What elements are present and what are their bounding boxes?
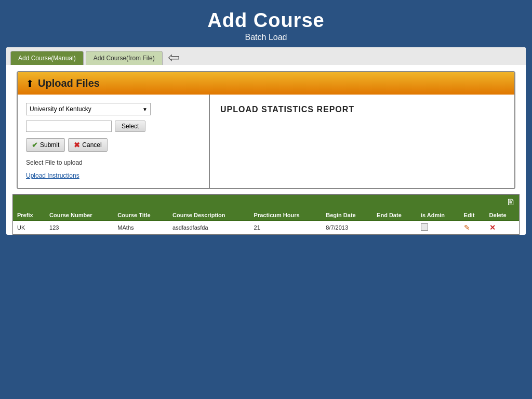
- course-table: Prefix Course Number Course Title Course…: [13, 210, 519, 234]
- delete-icon[interactable]: ✕: [489, 223, 496, 232]
- admin-checkbox-icon: [421, 223, 428, 231]
- stats-title: Upload Statistics Report: [220, 105, 504, 114]
- cancel-button[interactable]: ✖ Cancel: [68, 138, 107, 152]
- file-upload-row: Select: [26, 121, 201, 132]
- cell-begin-date: 8/7/2013: [322, 221, 373, 235]
- col-course-title: Course Title: [113, 210, 168, 221]
- submit-check-icon: ✔: [32, 141, 38, 149]
- tab-arrow-indicator: ⇦: [168, 50, 180, 65]
- cell-course-title: MAths: [113, 221, 168, 235]
- col-edit: Edit: [460, 210, 485, 221]
- upload-body: University of Kentucky ▼ Select ✔: [18, 95, 514, 188]
- page-title: Add Course: [0, 9, 532, 32]
- col-course-description: Course Description: [168, 210, 250, 221]
- cell-course-number: 123: [45, 221, 113, 235]
- institution-dropdown-wrapper: University of Kentucky ▼: [26, 103, 151, 115]
- tab-file[interactable]: Add Course(from File): [86, 51, 163, 65]
- upload-instructions-link[interactable]: Upload Instructions: [26, 172, 79, 179]
- upload-hint: Select File to upload: [26, 159, 201, 166]
- content-card: Add Course(Manual) Add Course(from File)…: [6, 47, 526, 235]
- table-export-icon[interactable]: 🗎: [507, 197, 516, 208]
- table-row: UK123MAthsasdfasdfasfda218/7/2013✎✕: [13, 221, 519, 235]
- submit-button[interactable]: ✔ Submit: [26, 138, 65, 152]
- cell-prefix: UK: [13, 221, 45, 235]
- institution-dropdown-row: University of Kentucky ▼: [26, 103, 201, 115]
- upload-panel-title: Upload Files: [38, 77, 100, 89]
- cell-course-description: asdfasdfasfda: [168, 221, 250, 235]
- table-toolbar: 🗎: [13, 195, 519, 210]
- upload-header: ⬆ Upload Files: [18, 72, 514, 95]
- upload-section: ⬆ Upload Files University of Kentucky ▼: [6, 65, 526, 194]
- cell-delete[interactable]: ✕: [485, 221, 519, 235]
- select-button[interactable]: Select: [115, 121, 145, 132]
- upload-right-panel: Upload Statistics Report: [210, 95, 514, 188]
- page-subtitle: Batch Load: [0, 33, 532, 42]
- col-prefix: Prefix: [13, 210, 45, 221]
- upload-icon: ⬆: [26, 78, 34, 89]
- tab-bar: Add Course(Manual) Add Course(from File)…: [6, 47, 526, 65]
- col-course-number: Course Number: [45, 210, 113, 221]
- col-practicum-hours: Practicum Hours: [250, 210, 322, 221]
- action-buttons-row: ✔ Submit ✖ Cancel: [26, 138, 201, 152]
- cancel-x-icon: ✖: [74, 141, 80, 149]
- file-path-input[interactable]: [26, 121, 112, 132]
- institution-dropdown[interactable]: University of Kentucky: [26, 103, 151, 115]
- edit-icon[interactable]: ✎: [464, 223, 470, 232]
- cell-end-date: [373, 221, 417, 235]
- course-table-section: 🗎 Prefix Course Number Course Title Cour…: [12, 194, 520, 235]
- col-is-admin: is Admin: [417, 210, 460, 221]
- page-header: Add Course Batch Load: [0, 0, 532, 47]
- upload-panel: ⬆ Upload Files University of Kentucky ▼: [17, 71, 515, 189]
- col-delete: Delete: [485, 210, 519, 221]
- table-header-row: Prefix Course Number Course Title Course…: [13, 210, 519, 221]
- cell-practicum-hours: 21: [250, 221, 322, 235]
- col-end-date: End Date: [373, 210, 417, 221]
- cell-edit[interactable]: ✎: [460, 221, 485, 235]
- upload-left-panel: University of Kentucky ▼ Select ✔: [18, 95, 210, 188]
- tab-manual[interactable]: Add Course(Manual): [10, 51, 84, 65]
- cell-is-admin: [417, 221, 460, 235]
- col-begin-date: Begin Date: [322, 210, 373, 221]
